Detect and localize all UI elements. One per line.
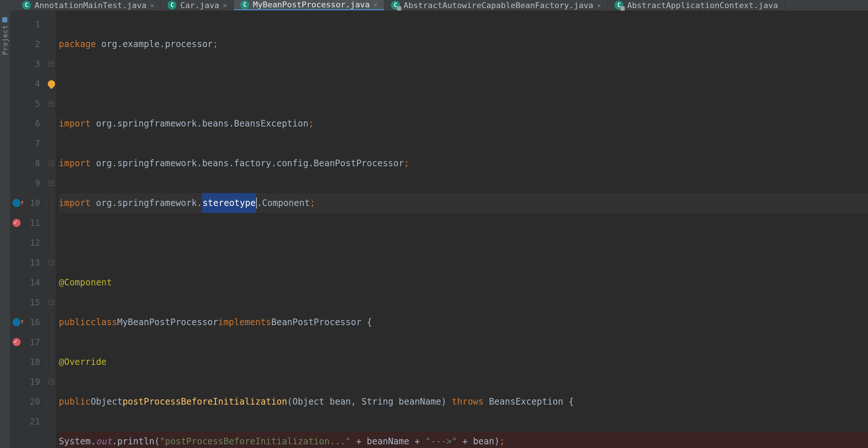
line-number[interactable]: 20 — [10, 392, 47, 412]
java-class-icon: C — [240, 0, 249, 9]
ide-window: C AnnotationMainTest.java × C Car.java ×… — [0, 0, 868, 448]
line-number[interactable]: 14 — [10, 273, 47, 292]
fold-toggle-icon[interactable] — [49, 101, 54, 106]
close-icon[interactable]: × — [223, 1, 227, 9]
java-class-locked-icon: C — [391, 1, 400, 10]
close-icon[interactable]: × — [150, 1, 154, 9]
fold-toggle-icon[interactable] — [49, 300, 54, 305]
breakpoint-icon[interactable] — [12, 219, 21, 227]
editor-tab-strip: C AnnotationMainTest.java × C Car.java ×… — [0, 0, 868, 11]
tab-abstractapplicationcontext[interactable]: C AbstractApplicationContext.java — [608, 0, 785, 10]
override-marker-icon[interactable] — [12, 318, 21, 326]
close-icon[interactable]: × — [597, 1, 601, 9]
line-number[interactable]: 3 — [10, 54, 47, 74]
tab-annotationmaintest[interactable]: C AnnotationMainTest.java × — [15, 0, 161, 10]
tab-label: AnnotationMainTest.java — [35, 1, 147, 10]
line-number[interactable]: 10 — [10, 193, 47, 213]
fold-toggle-icon[interactable] — [49, 161, 54, 166]
code-editor[interactable]: 1 2 3 4 5 6 7 8 9 10 11 12 13 14 15 16 1… — [10, 11, 868, 448]
java-class-icon: C — [168, 1, 176, 10]
line-number[interactable]: 17 — [10, 332, 47, 352]
project-tool-button[interactable]: Project — [1, 17, 9, 55]
gutter[interactable]: 1 2 3 4 5 6 7 8 9 10 11 12 13 14 15 16 1… — [10, 11, 47, 448]
line-number[interactable]: 7 — [10, 134, 47, 153]
line-number[interactable]: 2 — [10, 34, 47, 54]
line-number[interactable]: 18 — [10, 352, 47, 372]
line-number[interactable]: 21 — [10, 412, 47, 431]
editor-body: Project Structure 1 2 3 4 5 6 7 8 9 10 — [0, 11, 868, 448]
fold-toggle-icon[interactable] — [49, 260, 54, 265]
line-number[interactable]: 1 — [10, 14, 47, 34]
line-number[interactable]: 8 — [10, 153, 47, 173]
java-class-icon: C — [22, 1, 31, 10]
line-number[interactable]: 13 — [10, 253, 47, 273]
line-number[interactable]: 5 — [10, 94, 47, 114]
tab-abstractautowirecapablebeanfactory[interactable]: C AbstractAutowireCapableBeanFactory.jav… — [384, 0, 608, 10]
fold-toggle-icon[interactable] — [49, 379, 54, 384]
line-number[interactable]: 12 — [10, 233, 47, 253]
line-number[interactable]: 19 — [10, 372, 47, 392]
fold-toggle-icon[interactable] — [49, 61, 54, 67]
java-class-locked-icon: C — [614, 1, 623, 10]
line-number[interactable]: 11 — [10, 213, 47, 233]
tab-label: AbstractAutowireCapableBeanFactory.java — [403, 1, 593, 10]
tab-mybeanpostprocessor[interactable]: C MyBeanPostProcessor.java × — [234, 0, 384, 10]
code-area[interactable]: package org.example.processor; import or… — [56, 11, 868, 448]
close-icon[interactable]: × — [373, 1, 377, 8]
breakpoint-icon[interactable] — [12, 338, 21, 346]
fold-toggle-icon[interactable] — [49, 181, 54, 186]
line-number[interactable]: 9 — [10, 173, 47, 193]
tab-car[interactable]: C Car.java × — [161, 0, 234, 10]
fold-gutter[interactable] — [47, 11, 56, 448]
tab-label: MyBeanPostProcessor.java — [253, 0, 370, 9]
tool-window-bar-left: Project Structure — [0, 11, 10, 448]
project-tool-label: Project — [1, 25, 9, 55]
line-number[interactable]: 15 — [10, 292, 47, 312]
tab-label: AbstractApplicationContext.java — [627, 1, 778, 10]
tab-label: Car.java — [180, 1, 219, 10]
line-number[interactable]: 4 — [10, 74, 47, 94]
line-number[interactable]: 6 — [10, 114, 47, 134]
project-icon — [3, 17, 8, 22]
override-marker-icon[interactable] — [12, 199, 21, 207]
selected-text: stereotype — [202, 193, 256, 213]
line-number[interactable]: 16 — [10, 312, 47, 332]
intention-bulb-icon[interactable] — [46, 79, 57, 89]
